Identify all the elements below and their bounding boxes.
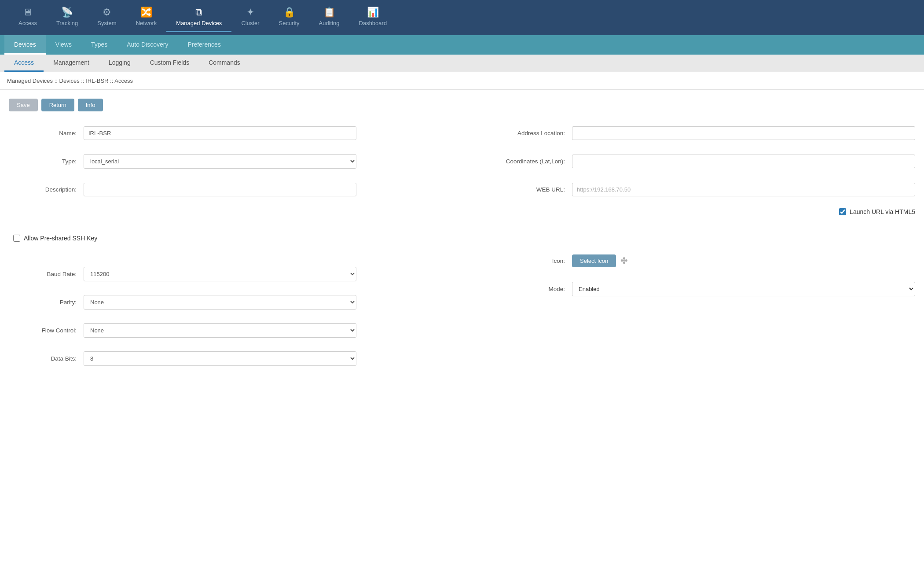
baud-rate-label: Baud Rate:	[9, 271, 84, 277]
data-bits-label: Data Bits:	[9, 355, 84, 362]
tab-access[interactable]: Access	[4, 55, 44, 72]
parity-label: Parity:	[9, 299, 84, 306]
name-label: Name:	[9, 130, 84, 136]
type-select[interactable]: local_serial ssh telnet snmp	[84, 154, 356, 169]
description-input[interactable]	[84, 183, 356, 196]
type-row: Type: local_serial ssh telnet snmp	[9, 152, 449, 170]
nav-managed-devices-label: Managed Devices	[176, 20, 222, 26]
nav-cluster-label: Cluster	[241, 20, 259, 26]
coordinates-label: Coordinates (Lat,Lon):	[475, 158, 572, 165]
description-label: Description:	[9, 186, 84, 193]
nav-access[interactable]: 🖥 Access	[9, 3, 47, 32]
tab-logging-label: Logging	[109, 59, 131, 66]
coordinates-input[interactable]	[572, 155, 915, 168]
tab-logging[interactable]: Logging	[99, 55, 140, 72]
launch-url-label: Launch URL via HTML5	[850, 208, 915, 215]
baud-rate-select[interactable]: 115200 9600 19200 38400 57600	[84, 267, 356, 281]
nav-security[interactable]: 🔒 Security	[269, 3, 309, 32]
main-content: Save Return Info Name: Type: local_seria…	[0, 90, 924, 575]
second-nav-types[interactable]: Types	[81, 35, 117, 55]
nav-dashboard[interactable]: 📊 Dashboard	[349, 3, 397, 32]
nav-access-label: Access	[18, 20, 37, 26]
action-buttons: Save Return Info	[9, 99, 915, 111]
tab-management-label: Management	[53, 59, 89, 66]
second-nav-preferences[interactable]: Preferences	[178, 35, 230, 55]
second-nav-auto-discovery-label: Auto Discovery	[127, 41, 168, 48]
address-location-label: Address Location:	[475, 130, 572, 136]
second-nav-types-label: Types	[91, 41, 107, 48]
nav-cluster[interactable]: ✦ Cluster	[231, 3, 269, 32]
nav-security-label: Security	[279, 20, 300, 26]
network-icon: 🔀	[140, 7, 152, 17]
nav-system-label: System	[97, 20, 116, 26]
managed-devices-icon: ⧉	[195, 7, 202, 17]
second-nav-devices-label: Devices	[14, 41, 36, 48]
nav-dashboard-label: Dashboard	[359, 20, 387, 26]
address-location-row: Address Location:	[475, 124, 915, 142]
mode-select[interactable]: Enabled Disabled	[572, 282, 915, 296]
flow-control-select[interactable]: None XON/XOFF RTS/CTS	[84, 323, 356, 338]
allow-ssh-row: Allow Pre-shared SSH Key	[9, 235, 449, 242]
parity-select[interactable]: None Even Odd	[84, 295, 356, 310]
name-row: Name:	[9, 124, 449, 142]
auditing-icon: 📋	[323, 7, 335, 17]
dashboard-icon: 📊	[367, 7, 379, 17]
save-button[interactable]: Save	[9, 99, 38, 111]
top-navigation: 🖥 Access 📡 Tracking ⚙ System 🔀 Network ⧉…	[0, 0, 924, 35]
icon-row: Icon: Select Icon ✤	[475, 251, 915, 270]
access-icon: 🖥	[23, 7, 33, 17]
tab-custom-fields-label: Custom Fields	[150, 59, 189, 66]
form-grid: Name: Type: local_serial ssh telnet snmp…	[9, 124, 915, 377]
return-button[interactable]: Return	[41, 99, 74, 111]
name-input[interactable]	[84, 126, 356, 140]
nav-network[interactable]: 🔀 Network	[126, 3, 167, 32]
select-icon-button[interactable]: Select Icon	[572, 254, 616, 267]
second-nav-views-label: Views	[55, 41, 72, 48]
info-button[interactable]: Info	[78, 99, 103, 111]
nav-network-label: Network	[136, 20, 157, 26]
launch-url-row: Launch URL via HTML5	[475, 208, 915, 215]
mode-label: Mode:	[475, 286, 572, 292]
second-nav-auto-discovery[interactable]: Auto Discovery	[117, 35, 178, 55]
flow-control-row: Flow Control: None XON/XOFF RTS/CTS	[9, 321, 449, 339]
system-icon: ⚙	[103, 7, 111, 17]
nav-auditing[interactable]: 📋 Auditing	[309, 3, 349, 32]
nav-system[interactable]: ⚙ System	[88, 3, 126, 32]
security-icon: 🔒	[283, 7, 295, 17]
cluster-icon: ✦	[246, 7, 254, 17]
breadcrumb: Managed Devices :: Devices :: IRL-BSR ::…	[0, 72, 924, 90]
breadcrumb-text: Managed Devices :: Devices :: IRL-BSR ::…	[7, 77, 133, 84]
launch-url-checkbox[interactable]	[839, 208, 846, 215]
web-url-input[interactable]	[572, 183, 915, 196]
tab-custom-fields[interactable]: Custom Fields	[140, 55, 199, 72]
tab-management[interactable]: Management	[44, 55, 99, 72]
allow-ssh-label: Allow Pre-shared SSH Key	[24, 235, 97, 242]
data-bits-row: Data Bits: 8 7 6 5	[9, 349, 449, 368]
description-row: Description:	[9, 180, 449, 199]
tracking-icon: 📡	[61, 7, 73, 17]
nav-tracking-label: Tracking	[56, 20, 78, 26]
mode-row: Mode: Enabled Disabled	[475, 280, 915, 298]
second-nav-preferences-label: Preferences	[187, 41, 220, 48]
web-url-row: WEB URL:	[475, 180, 915, 199]
icon-gear-icon: ✤	[620, 255, 628, 266]
second-nav-devices[interactable]: Devices	[4, 35, 46, 55]
flow-control-label: Flow Control:	[9, 327, 84, 334]
icon-label: Icon:	[475, 258, 572, 264]
nav-auditing-label: Auditing	[319, 20, 340, 26]
baud-rate-row: Baud Rate: 115200 9600 19200 38400 57600	[9, 265, 449, 283]
form-left: Name: Type: local_serial ssh telnet snmp…	[9, 124, 449, 377]
nav-managed-devices[interactable]: ⧉ Managed Devices	[166, 3, 231, 32]
allow-ssh-checkbox[interactable]	[13, 235, 20, 242]
tab-commands-label: Commands	[209, 59, 240, 66]
second-nav-views[interactable]: Views	[46, 35, 81, 55]
data-bits-select[interactable]: 8 7 6 5	[84, 351, 356, 366]
nav-tracking[interactable]: 📡 Tracking	[47, 3, 88, 32]
web-url-label: WEB URL:	[475, 186, 572, 193]
tab-commands[interactable]: Commands	[199, 55, 250, 72]
form-right: Address Location: Coordinates (Lat,Lon):…	[475, 124, 915, 377]
address-location-input[interactable]	[572, 126, 915, 140]
type-label: Type:	[9, 158, 84, 165]
third-navigation: Access Management Logging Custom Fields …	[0, 55, 924, 72]
tab-access-label: Access	[14, 59, 34, 66]
